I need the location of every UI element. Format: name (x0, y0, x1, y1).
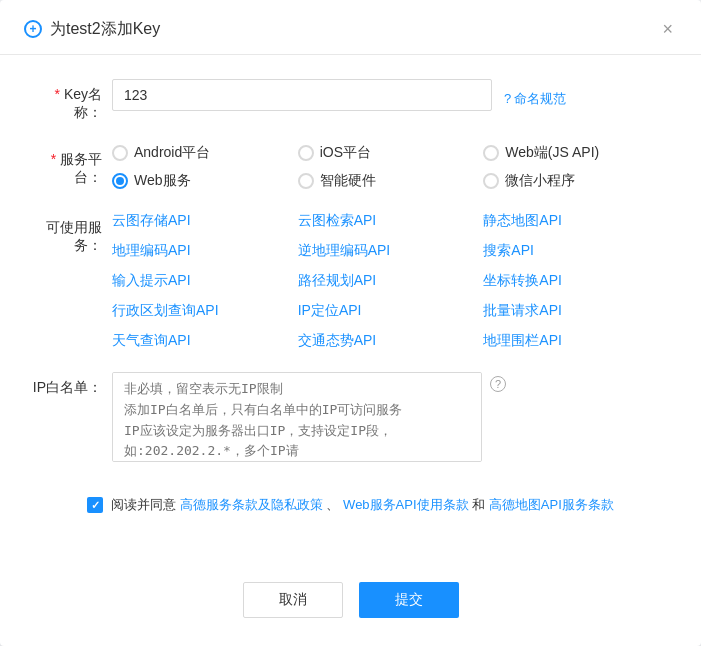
key-name-content: ? 命名规范 (112, 79, 669, 111)
service-traffic[interactable]: 交通态势API (298, 332, 484, 350)
platform-radio-group: Android平台 iOS平台 Web端(JS API) Web服务 (112, 144, 669, 190)
platform-ios[interactable]: iOS平台 (298, 144, 484, 162)
service-reverse-geocode[interactable]: 逆地理编码API (298, 242, 484, 260)
agreement-checkbox[interactable]: ✓ (87, 497, 103, 513)
modal-footer: 取消 提交 (0, 582, 701, 646)
naming-hint-link[interactable]: ? 命名规范 (504, 83, 566, 108)
service-ip-locate[interactable]: IP定位API (298, 302, 484, 320)
modal-header: + 为test2添加Key × (0, 0, 701, 55)
question-icon: ? (504, 91, 511, 106)
radio-wechat (483, 173, 499, 189)
platform-smart-hw[interactable]: 智能硬件 (298, 172, 484, 190)
close-button[interactable]: × (658, 18, 677, 40)
platform-android[interactable]: Android平台 (112, 144, 298, 162)
add-key-modal: + 为test2添加Key × Key名称： ? 命名规范 服务平台： (0, 0, 701, 646)
ip-whitelist-row: IP白名单： ? (32, 372, 669, 462)
agreement-link-1[interactable]: 高德服务条款及隐私政策 (180, 497, 323, 512)
modal-title: + 为test2添加Key (24, 19, 160, 40)
platform-web-service[interactable]: Web服务 (112, 172, 298, 190)
service-static-map[interactable]: 静态地图API (483, 212, 669, 230)
service-geofence[interactable]: 地理围栏API (483, 332, 669, 350)
services-row: 可使用服务： 云图存储API 云图检索API 静态地图API 地理编码API 逆… (32, 212, 669, 350)
platform-row: 服务平台： Android平台 iOS平台 Web端(JS API) (32, 144, 669, 190)
service-input-tips[interactable]: 输入提示API (112, 272, 298, 290)
agreement-text: 阅读并同意 高德服务条款及隐私政策 、 Web服务API使用条款 和 高德地图A… (111, 496, 614, 514)
service-coord-convert[interactable]: 坐标转换API (483, 272, 669, 290)
agreement-link-2[interactable]: Web服务API使用条款 (343, 497, 468, 512)
platform-label: 服务平台： (32, 144, 112, 187)
agreement-row: ✓ 阅读并同意 高德服务条款及隐私政策 、 Web服务API使用条款 和 高德地… (32, 484, 669, 534)
title-icon: + (24, 20, 42, 38)
platform-web-js[interactable]: Web端(JS API) (483, 144, 669, 162)
modal-title-text: 为test2添加Key (50, 19, 160, 40)
service-batch[interactable]: 批量请求API (483, 302, 669, 320)
service-weather[interactable]: 天气查询API (112, 332, 298, 350)
services-content: 云图存储API 云图检索API 静态地图API 地理编码API 逆地理编码API… (112, 212, 669, 350)
platform-content: Android平台 iOS平台 Web端(JS API) Web服务 (112, 144, 669, 190)
service-cloud-storage[interactable]: 云图存储API (112, 212, 298, 230)
radio-android (112, 145, 128, 161)
service-geocode[interactable]: 地理编码API (112, 242, 298, 260)
service-district[interactable]: 行政区划查询API (112, 302, 298, 320)
submit-button[interactable]: 提交 (359, 582, 459, 618)
key-name-input[interactable] (112, 79, 492, 111)
radio-web-service (112, 173, 128, 189)
cancel-button[interactable]: 取消 (243, 582, 343, 618)
ip-whitelist-textarea[interactable] (112, 372, 482, 462)
radio-ios (298, 145, 314, 161)
ip-whitelist-label: IP白名单： (32, 372, 112, 397)
service-cloud-search[interactable]: 云图检索API (298, 212, 484, 230)
radio-smart-hw (298, 173, 314, 189)
ip-whitelist-content: ? (112, 372, 669, 462)
services-label: 可使用服务： (32, 212, 112, 255)
service-route[interactable]: 路径规划API (298, 272, 484, 290)
modal-body: Key名称： ? 命名规范 服务平台： Android平台 (0, 55, 701, 582)
service-search[interactable]: 搜索API (483, 242, 669, 260)
key-name-row: Key名称： ? 命名规范 (32, 79, 669, 122)
checkbox-check-icon: ✓ (91, 499, 100, 512)
platform-wechat[interactable]: 微信小程序 (483, 172, 669, 190)
agreement-link-3[interactable]: 高德地图API服务条款 (489, 497, 614, 512)
radio-web-js (483, 145, 499, 161)
services-grid: 云图存储API 云图检索API 静态地图API 地理编码API 逆地理编码API… (112, 212, 669, 350)
key-name-label: Key名称： (32, 79, 112, 122)
ip-help-icon[interactable]: ? (490, 376, 506, 392)
